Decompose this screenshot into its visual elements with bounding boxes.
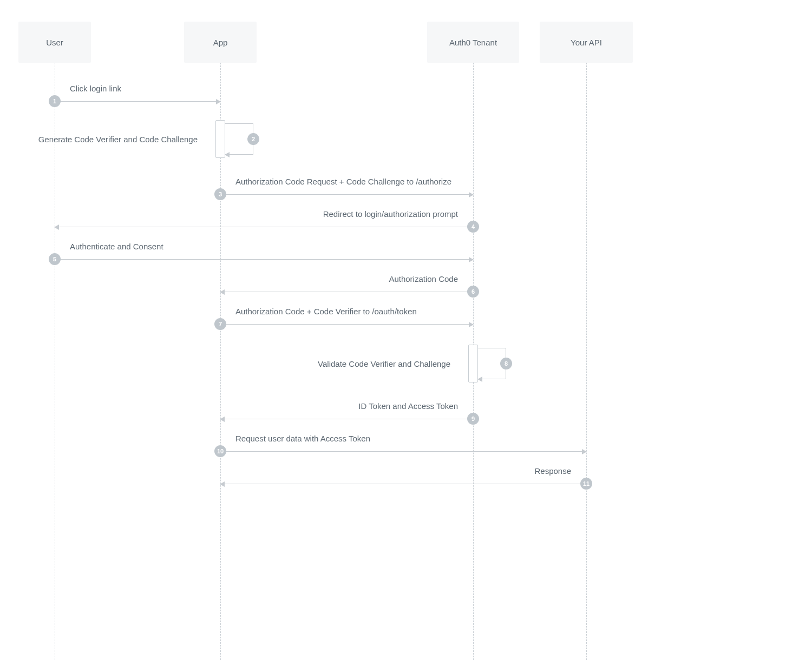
step-badge: 3 xyxy=(214,188,226,200)
arrow-head-right-icon xyxy=(216,99,221,104)
arrow-line xyxy=(220,194,473,195)
participant-api: Your API xyxy=(540,22,633,63)
arrow-line xyxy=(220,484,586,484)
step-label: Validate Code Verifier and Challenge xyxy=(318,359,450,368)
arrow-head-right-icon xyxy=(582,449,587,454)
arrow-head-right-icon xyxy=(469,257,474,262)
arrow-line xyxy=(55,259,473,260)
step-label: Authorization Code Request + Code Challe… xyxy=(235,177,451,186)
arrow-head-left-icon xyxy=(54,225,59,230)
step-badge: 7 xyxy=(214,318,226,330)
sequence-diagram: User App Auth0 Tenant Your API Click log… xyxy=(0,0,812,660)
arrow-line xyxy=(55,101,220,102)
step-7: Authorization Code + Code Verifier to /o… xyxy=(220,298,473,330)
arrow-line xyxy=(220,292,473,292)
arrow-head-left-icon xyxy=(477,377,482,382)
arrow-line xyxy=(55,227,473,227)
participant-tenant: Auth0 Tenant xyxy=(427,22,519,63)
step-1: Click login link 1 xyxy=(55,75,220,107)
step-label: Response xyxy=(534,466,571,476)
arrow-head-left-icon xyxy=(220,481,225,487)
step-label: Redirect to login/authorization prompt xyxy=(323,209,458,219)
step-badge: 6 xyxy=(467,286,479,298)
participant-label: App xyxy=(213,38,228,47)
step-badge: 11 xyxy=(580,478,592,490)
step-11: Response 11 xyxy=(220,457,586,490)
participant-label: User xyxy=(46,38,63,47)
step-4: Redirect to login/authorization prompt 4 xyxy=(55,200,473,233)
activation-app xyxy=(215,120,225,158)
step-6: Authorization Code 6 xyxy=(220,265,473,298)
step-badge: 1 xyxy=(49,95,61,107)
step-badge: 4 xyxy=(467,221,479,233)
arrow-head-left-icon xyxy=(220,417,225,422)
arrow-head-left-icon xyxy=(220,289,225,295)
step-9: ID Token and Access Token 9 xyxy=(220,392,473,425)
arrow-line xyxy=(220,324,473,325)
participant-label: Your API xyxy=(571,38,602,47)
lifeline-api xyxy=(586,63,587,660)
participant-label: Auth0 Tenant xyxy=(449,38,497,47)
activation-tenant xyxy=(468,345,478,382)
step-label: Generate Code Verifier and Code Challeng… xyxy=(38,135,198,144)
step-badge: 8 xyxy=(500,358,512,369)
step-5: Authenticate and Consent 5 xyxy=(55,233,473,265)
step-badge: 5 xyxy=(49,253,61,265)
step-label: Click login link xyxy=(70,84,121,93)
step-label: Authorization Code xyxy=(389,274,458,283)
step-label: Authorization Code + Code Verifier to /o… xyxy=(235,307,417,316)
step-label: Request user data with Access Token xyxy=(235,434,370,443)
lifeline-user xyxy=(55,63,55,660)
participant-app: App xyxy=(184,22,257,63)
arrow-head-right-icon xyxy=(469,192,474,197)
step-label: Authenticate and Consent xyxy=(70,242,163,251)
arrow-head-left-icon xyxy=(225,152,230,157)
step-label: ID Token and Access Token xyxy=(358,401,458,411)
arrow-line xyxy=(220,419,473,419)
participant-user: User xyxy=(18,22,91,63)
arrow-line xyxy=(220,451,586,452)
step-badge: 10 xyxy=(214,445,226,457)
step-3: Authorization Code Request + Code Challe… xyxy=(220,168,473,200)
step-badge: 2 xyxy=(247,133,259,145)
step-10: Request user data with Access Token 10 xyxy=(220,425,586,457)
step-badge: 9 xyxy=(467,413,479,425)
arrow-head-right-icon xyxy=(469,322,474,327)
